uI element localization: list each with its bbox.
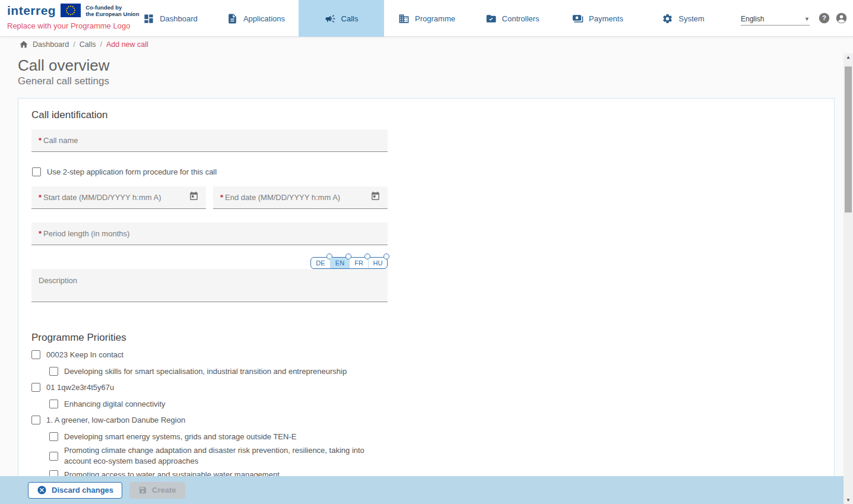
calls-icon (325, 13, 336, 24)
page-title: Call overview (18, 56, 110, 75)
controllers-icon (486, 13, 497, 24)
language-tabs: DE EN FR HU (310, 257, 388, 269)
breadcrumb-add-new-call: Add new call (106, 40, 148, 49)
account-icon[interactable] (835, 12, 848, 24)
scroll-down-arrow[interactable]: ▼ (844, 497, 853, 503)
breadcrumb: Dashboard / Calls / Add new call (19, 40, 148, 49)
priority-checkbox[interactable] (31, 383, 40, 392)
priority-sub-row[interactable]: Enhancing digital connectivity (49, 399, 834, 410)
priority-checkbox[interactable] (49, 400, 58, 408)
end-date-field[interactable]: *End date (MM/DD/YYYY h:mm A) (213, 186, 388, 209)
lang-tab-fr[interactable]: FR (349, 258, 368, 268)
nav-item-programme[interactable]: Programme (384, 0, 470, 37)
language-selector[interactable]: English ▼ (741, 12, 810, 26)
lang-tab-hu[interactable]: HU (368, 258, 387, 268)
nav-item-calls[interactable]: Calls (299, 0, 384, 37)
nav-item-system[interactable]: System (640, 0, 726, 37)
action-bar: Discard changes Create (0, 476, 844, 504)
two-step-checkbox[interactable] (32, 167, 41, 176)
vertical-scrollbar[interactable]: ▲ ▼ (844, 53, 853, 504)
priority-checkbox[interactable] (31, 350, 40, 359)
priority-checkbox[interactable] (49, 452, 58, 461)
period-length-field[interactable]: *Period length (in months) (31, 223, 388, 245)
priority-sub-row[interactable]: Promoting climate change adaptation and … (49, 445, 834, 467)
page-subtitle: General call settings (18, 75, 109, 87)
dashboard-icon (143, 13, 154, 24)
replace-logo-text: Replace with your Programme Logo (7, 21, 139, 30)
home-icon[interactable] (19, 40, 28, 49)
breadcrumb-dashboard[interactable]: Dashboard (33, 40, 69, 49)
priority-row[interactable]: 00023 Keep In contact (31, 350, 834, 360)
priority-sub-row[interactable]: Developing smart energy systems, grids a… (49, 432, 834, 442)
nav-item-payments[interactable]: Payments (555, 0, 640, 37)
nav-item-applications[interactable]: Applications (213, 0, 299, 37)
payments-icon (572, 13, 584, 24)
create-button[interactable]: Create (129, 482, 185, 499)
priority-checkbox[interactable] (49, 432, 58, 441)
programme-icon (398, 13, 410, 24)
priority-checkbox[interactable] (49, 367, 58, 376)
save-icon (138, 486, 147, 495)
start-date-field[interactable]: *Start date (MM/DD/YYYY h:mm A) (31, 186, 206, 209)
priority-row[interactable]: 01 1qw2e3r4t5y67u (31, 382, 834, 393)
breadcrumb-calls[interactable]: Calls (80, 40, 96, 49)
section-call-identification: Call identification (31, 109, 834, 121)
programme-logo: interreg Co-funded by the European Union… (7, 3, 139, 30)
main-nav: Dashboard Applications Calls Programme C… (128, 0, 726, 37)
lang-status-badge (383, 253, 389, 259)
two-step-checkbox-row[interactable]: Use 2-step application form procedure fo… (32, 167, 834, 177)
discard-changes-button[interactable]: Discard changes (28, 482, 122, 499)
top-navigation-bar: interreg Co-funded by the European Union… (0, 0, 853, 37)
calendar-icon[interactable] (370, 191, 380, 204)
applications-icon (227, 13, 238, 24)
description-field[interactable]: Description (31, 269, 388, 302)
priority-sub-row[interactable]: Developing skills for smart specialisati… (49, 366, 834, 377)
scroll-up-arrow[interactable]: ▲ (844, 55, 853, 60)
system-icon (662, 13, 673, 24)
calendar-icon[interactable] (189, 191, 199, 204)
date-fields-row: *Start date (MM/DD/YYYY h:mm A) *End dat… (31, 186, 834, 209)
priority-checkbox[interactable] (31, 416, 40, 424)
lang-tab-en[interactable]: EN (330, 258, 349, 268)
description-language-tabs-row: DE EN FR HU (31, 257, 388, 269)
nav-item-dashboard[interactable]: Dashboard (128, 0, 213, 37)
priority-row[interactable]: 1. A greener, low-carbon Danube Region (31, 415, 834, 426)
svg-text:?: ? (822, 14, 826, 21)
eu-flag-icon (61, 4, 81, 20)
call-name-field[interactable]: *Call name (31, 129, 388, 152)
interreg-logo: interreg (7, 3, 56, 18)
nav-item-controllers[interactable]: Controllers (470, 0, 555, 37)
call-settings-card: Call identification *Call name Use 2-ste… (18, 98, 835, 477)
scrollbar-thumb[interactable] (845, 66, 852, 213)
lang-tab-de[interactable]: DE (311, 258, 330, 268)
cancel-icon (37, 485, 47, 495)
help-icon[interactable]: ? (818, 12, 830, 24)
section-programme-priorities: Programme Priorities (31, 332, 834, 344)
chevron-down-icon: ▼ (804, 16, 810, 22)
